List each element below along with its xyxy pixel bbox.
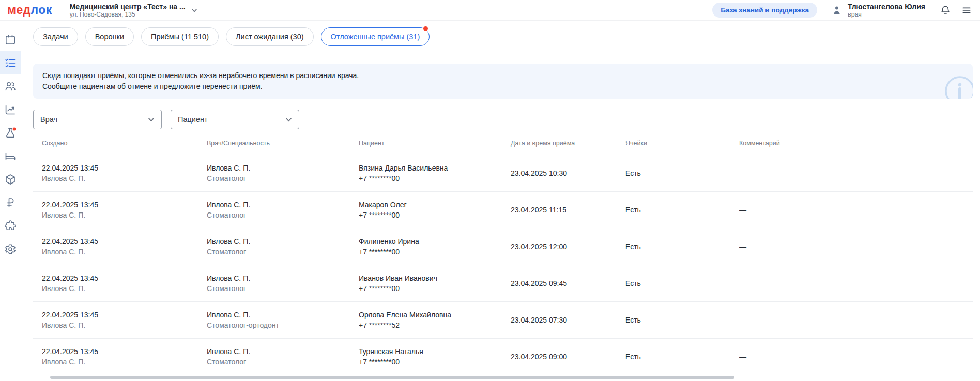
cell-doctor: Ивлова С. П. Стоматолог — [207, 347, 359, 367]
patient-name: Филипенко Ирина — [359, 237, 511, 247]
sidebar-item-beds[interactable] — [0, 144, 21, 167]
calendar-icon — [4, 34, 17, 46]
table-row[interactable]: 22.04.2025 13:45 Ивлова С. П. Ивлова С. … — [33, 301, 973, 338]
cells-status: Есть — [625, 279, 739, 287]
tab-postponed-appointments[interactable]: Отложенные приёмы (31) — [321, 27, 430, 46]
appointment-datetime: 23.04.2025 09:00 — [511, 353, 625, 361]
doctor-specialty: Стоматолог-ортодонт — [207, 321, 359, 330]
column-header-created: Создано — [42, 140, 207, 147]
created-datetime: 22.04.2025 13:45 — [42, 200, 207, 210]
sidebar-item-lab[interactable] — [0, 121, 21, 144]
comment-value: — — [739, 316, 973, 324]
tab-appointments[interactable]: Приёмы (11 510) — [141, 27, 219, 46]
table-row[interactable]: 22.04.2025 13:45 Ивлова С. П. Ивлова С. … — [33, 155, 973, 191]
cells-status: Есть — [625, 353, 739, 361]
user-menu[interactable]: Тлюстангелова Юлия врач — [831, 3, 925, 18]
patient-filter-select[interactable]: Пациент — [171, 110, 299, 129]
comment-value: — — [739, 169, 973, 177]
chart-line-icon — [4, 103, 17, 116]
sidebar-item-stock[interactable] — [0, 167, 21, 191]
doctor-filter-placeholder: Врач — [40, 115, 57, 124]
horizontal-scrollbar[interactable] — [50, 376, 734, 379]
created-by: Ивлова С. П. — [42, 247, 207, 257]
appointment-datetime: 23.04.2025 12:00 — [511, 242, 625, 251]
doctor-specialty: Стоматолог — [207, 284, 359, 294]
main-content: Задачи Воронки Приёмы (11 510) Лист ожид… — [21, 21, 980, 381]
patient-phone: +7 ********00 — [359, 247, 511, 257]
cell-doctor: Ивлова С. П. Стоматолог — [207, 237, 359, 257]
table-row[interactable]: 22.04.2025 13:45 Ивлова С. П. Ивлова С. … — [33, 228, 973, 265]
cell-created: 22.04.2025 13:45 Ивлова С. П. — [42, 200, 207, 220]
cells-status: Есть — [625, 169, 739, 177]
cell-doctor: Ивлова С. П. Стоматолог — [207, 200, 359, 220]
table-row[interactable]: 22.04.2025 13:45 Ивлова С. П. Ивлова С. … — [33, 265, 973, 301]
comment-value: — — [739, 353, 973, 361]
table-body: 22.04.2025 13:45 Ивлова С. П. Ивлова С. … — [33, 155, 973, 375]
sidebar-item-patients[interactable] — [0, 74, 21, 98]
patients-icon — [4, 80, 17, 93]
sidebar-item-finance[interactable] — [0, 191, 21, 214]
cell-patient: Филипенко Ирина +7 ********00 — [359, 237, 511, 257]
lab-flask-icon — [4, 127, 17, 139]
cell-created: 22.04.2025 13:45 Ивлова С. П. — [42, 273, 207, 294]
gear-icon — [4, 243, 17, 255]
notifications-button[interactable] — [940, 5, 951, 16]
main-menu-button[interactable] — [961, 5, 972, 16]
sidebar-item-analytics[interactable] — [0, 98, 21, 121]
knowledge-base-button[interactable]: База знаний и поддержка — [712, 3, 817, 18]
clinic-name: Медицинский центр «Тест» на ... — [70, 3, 186, 11]
cell-patient: Орлова Елена Михайловна +7 ********52 — [359, 310, 511, 330]
doctor-filter-select[interactable]: Врач — [33, 110, 162, 129]
doctor-name: Ивлова С. П. — [207, 163, 359, 173]
tasks-checklist-icon — [4, 57, 17, 69]
created-datetime: 22.04.2025 13:45 — [42, 163, 207, 173]
patient-phone: +7 ********00 — [359, 357, 511, 367]
tab-waiting-list[interactable]: Лист ожидания (30) — [226, 27, 314, 46]
created-datetime: 22.04.2025 13:45 — [42, 273, 207, 283]
tab-tasks[interactable]: Задачи — [33, 27, 78, 46]
postponed-appointments-table: Создано Врач/Специальность Пациент Дата … — [33, 140, 973, 375]
patient-filter-placeholder: Пациент — [178, 115, 208, 124]
table-row[interactable]: 22.04.2025 13:45 Ивлова С. П. Ивлова С. … — [33, 191, 973, 228]
comment-value: — — [739, 242, 973, 251]
patient-name: Турянская Наталья — [359, 347, 511, 357]
created-datetime: 22.04.2025 13:45 — [42, 310, 207, 320]
table-row[interactable]: 22.04.2025 13:45 Ивлова С. П. Ивлова С. … — [33, 338, 973, 375]
left-sidebar — [0, 21, 21, 381]
cell-created: 22.04.2025 13:45 Ивлова С. П. — [42, 310, 207, 330]
patient-phone: +7 ********52 — [359, 321, 511, 330]
appointment-datetime: 23.04.2025 07:30 — [511, 316, 625, 324]
doctor-name: Ивлова С. П. — [207, 273, 359, 283]
filters-bar: Врач Пациент — [33, 110, 973, 129]
banner-line-1: Сюда попадают приёмы, которые отменились… — [42, 70, 963, 81]
comment-value: — — [739, 206, 973, 214]
doctor-name: Ивлова С. П. — [207, 310, 359, 320]
sidebar-item-settings[interactable] — [0, 237, 21, 261]
tabs-bar: Задачи Воронки Приёмы (11 510) Лист ожид… — [33, 27, 973, 46]
doctor-name: Ивлова С. П. — [207, 347, 359, 357]
puzzle-icon — [4, 220, 17, 232]
patient-phone: +7 ********00 — [359, 284, 511, 294]
hamburger-icon — [961, 5, 972, 16]
cell-patient: Вязина Дарья Васильевна +7 ********00 — [359, 163, 511, 184]
column-header-patient: Пациент — [359, 140, 511, 147]
patient-name: Орлова Елена Михайловна — [359, 310, 511, 320]
cell-patient: Иванов Иван Иванович +7 ********00 — [359, 273, 511, 294]
created-datetime: 22.04.2025 13:45 — [42, 347, 207, 357]
sidebar-item-tasks[interactable] — [0, 51, 21, 74]
created-datetime: 22.04.2025 13:45 — [42, 237, 207, 247]
bell-icon — [940, 5, 951, 16]
sidebar-item-calendar[interactable] — [0, 28, 21, 51]
cell-patient: Макаров Олег +7 ********00 — [359, 200, 511, 220]
avatar-icon — [831, 4, 843, 17]
table-header-row: Создано Врач/Специальность Пациент Дата … — [33, 140, 973, 155]
doctor-specialty: Стоматолог — [207, 174, 359, 184]
cell-patient: Турянская Наталья +7 ********00 — [359, 347, 511, 367]
appointment-datetime: 23.04.2025 09:45 — [511, 279, 625, 287]
tab-funnels[interactable]: Воронки — [85, 27, 134, 46]
sidebar-item-integrations[interactable] — [0, 214, 21, 237]
clinic-switcher[interactable]: Медицинский центр «Тест» на ... ул. Ново… — [70, 3, 198, 18]
ruble-icon — [4, 196, 17, 209]
column-header-doctor: Врач/Специальность — [207, 140, 359, 147]
cell-doctor: Ивлова С. П. Стоматолог — [207, 273, 359, 294]
